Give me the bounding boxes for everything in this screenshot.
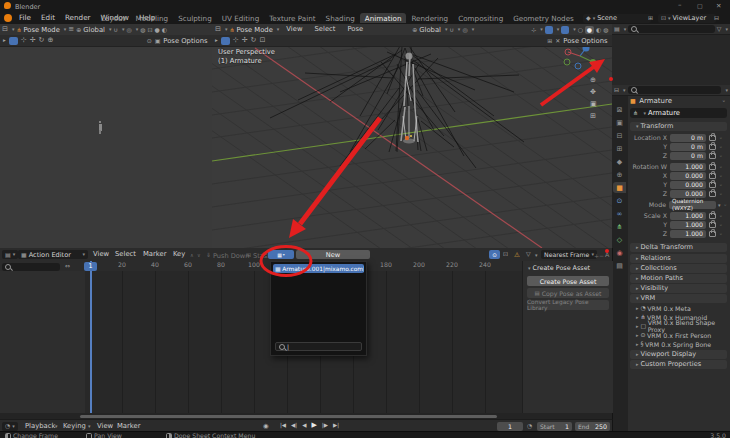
tab-shading[interactable]: Shading — [321, 13, 360, 23]
animate-dot-icon[interactable]: ◦ — [719, 164, 723, 170]
lock-icon[interactable] — [709, 213, 716, 219]
dopesheet-menu-marker[interactable]: Marker — [138, 251, 172, 258]
proportional-edit-icon[interactable]: ◎ — [462, 27, 467, 33]
shading-material-icon[interactable]: ◐ — [596, 27, 601, 33]
menu-pose[interactable]: Pose — [342, 26, 368, 33]
tab-animation[interactable]: Animation — [360, 13, 407, 23]
end-frame-field[interactable]: End 250 — [575, 422, 610, 431]
editor-type-selector[interactable]: ◔▾ — [2, 422, 18, 431]
active-tool-select-box-icon[interactable] — [221, 37, 230, 45]
show-gizmo-icon[interactable]: ⊹ — [531, 27, 536, 33]
tool-move-icon[interactable]: ✢ — [30, 37, 36, 44]
channel-search-input[interactable] — [2, 263, 60, 271]
preview-range-icon[interactable]: ◔ — [527, 423, 532, 429]
scene-selector[interactable]: ◆▾ Scene — [583, 14, 651, 23]
create-pose-asset-button[interactable]: Create Pose Asset — [527, 276, 609, 286]
vrm-first-person-item[interactable]: ▸⊙VRM 0.x First Person — [634, 331, 727, 339]
start-frame-field[interactable]: Start 1 — [537, 422, 572, 431]
play-button[interactable]: ▶ — [309, 422, 318, 429]
lock-icon[interactable] — [709, 222, 716, 228]
object-name-field[interactable]: ⋔▾ Armature — [630, 108, 727, 118]
shading-solid-icon[interactable]: ● — [154, 27, 159, 33]
new-action-button[interactable]: New — [296, 250, 370, 259]
transform-panel-header[interactable]: ▾Transform — [630, 122, 727, 131]
channel-region[interactable] — [0, 271, 86, 413]
tab-geometry-nodes[interactable]: Geometry Nodes — [508, 13, 579, 23]
section-motion-paths[interactable]: ▸Motion Paths — [630, 274, 727, 283]
tab-bone[interactable]: ◇ — [613, 234, 626, 245]
pose-options-dropdown[interactable]: Pose Options — [163, 37, 207, 45]
gizmo-toggle-icon[interactable]: ⊙ — [147, 38, 152, 44]
play-reverse-button[interactable]: ◀ — [300, 423, 308, 429]
tab-compositing[interactable]: Compositing — [453, 13, 508, 23]
scale-z-row[interactable]: Z1.000◦ — [630, 230, 727, 238]
editor-type-icon[interactable]: ⊟ — [215, 26, 221, 33]
prev-keyframe-button[interactable]: ◀| — [289, 423, 299, 429]
rotation-mode-row[interactable]: ModeQuaternion (WXYZ)▾◦ — [630, 201, 727, 209]
pin-icon[interactable]: ◦ — [722, 98, 726, 104]
pose-options-dropdown[interactable]: Pose Options — [563, 37, 607, 45]
tool-transform-icon[interactable]: ⊕ — [47, 37, 53, 44]
editor-type-icon[interactable]: ▤ — [614, 26, 620, 32]
outliner-search-input[interactable] — [628, 25, 715, 33]
action-editor-mode-selector[interactable]: ▦ Action Editor ▾ — [18, 250, 88, 259]
push-down-button[interactable]: Push Down — [213, 252, 249, 260]
convert-legacy-pose-library-button[interactable]: Convert Legacy Pose Library — [527, 300, 609, 310]
section-collections[interactable]: ▸Collections — [630, 264, 727, 273]
section-visibility[interactable]: ▸Visibility — [630, 284, 727, 293]
jump-to-end-button[interactable]: ▶| — [331, 423, 341, 429]
dopesheet-menu-key[interactable]: Key — [168, 251, 190, 258]
browse-action-button[interactable]: ▦▾ — [268, 250, 294, 259]
vrm-blend-shape-item[interactable]: ▸▢VRM 0.x Blend Shape Proxy — [634, 322, 727, 330]
tab-scene[interactable]: ◆ — [613, 156, 626, 167]
animate-dot-icon[interactable]: ◦ — [719, 144, 723, 150]
shading-rendered-icon[interactable]: ◍ — [603, 27, 608, 33]
xray-icon[interactable]: ⊡ — [147, 27, 152, 33]
rotation-w-row[interactable]: Rotation W1.000◦ — [630, 163, 727, 171]
menu-render[interactable]: Render — [60, 14, 96, 21]
expand-channels-icon[interactable]: ⇔ — [65, 263, 70, 269]
playhead[interactable] — [90, 261, 92, 413]
tab-rendering[interactable]: Rendering — [406, 13, 453, 23]
remove-view-layer-button[interactable]: ⊟ — [714, 15, 719, 21]
tab-output[interactable]: ⊟ — [613, 130, 626, 141]
tab-physics[interactable]: ⊙ — [613, 195, 626, 206]
tool-scale-icon[interactable]: ⊡ — [259, 37, 265, 44]
snap-magnet-icon[interactable]: ∪ — [113, 27, 117, 33]
camera-view-icon[interactable]: ▣ — [590, 100, 597, 108]
lock-icon[interactable] — [709, 153, 716, 159]
overlays-toggle-icon[interactable] — [545, 26, 553, 34]
tab-uv-editing[interactable]: UV Editing — [217, 13, 265, 23]
window-minimize-button[interactable]: – — [678, 1, 682, 9]
editor-type-icon[interactable]: ⊟ — [2, 26, 8, 33]
current-frame-field[interactable]: 1 — [497, 422, 523, 431]
vrm-meta-item[interactable]: ▸◔VRM 0.x Meta — [634, 304, 727, 312]
timeline-menu-marker[interactable]: Marker — [112, 423, 146, 430]
section-relations[interactable]: ▸Relations — [630, 254, 727, 263]
next-keyframe-button[interactable]: |▶ — [320, 423, 330, 429]
shading-solid-icon[interactable]: ● — [585, 26, 594, 34]
tab-view-layer[interactable]: ⊞ — [613, 143, 626, 154]
lock-icon[interactable] — [709, 182, 716, 188]
blender-menu-icon[interactable] — [4, 14, 12, 22]
proportional-edit-icon[interactable]: ◎ — [126, 27, 131, 33]
tool-rotate-icon[interactable]: ↻ — [251, 37, 257, 44]
tab-sculpting[interactable]: Sculpting — [173, 13, 217, 23]
animate-dot-icon[interactable]: ◦ — [719, 173, 723, 179]
pan-hand-icon[interactable]: ✥ — [590, 88, 596, 96]
editor-type-selector[interactable]: ▤▾ — [2, 250, 18, 259]
animate-dot-icon[interactable]: ◦ — [719, 182, 723, 188]
zoom-icon[interactable]: ⊕ — [590, 76, 596, 84]
create-pose-asset-panel-header[interactable]: ▾ Create Pose Asset — [526, 264, 613, 272]
current-frame-pill[interactable]: 1 — [84, 262, 97, 271]
active-tool-select-box-icon[interactable] — [9, 37, 18, 45]
tab-material[interactable]: ◉ — [613, 247, 626, 258]
section-custom-properties[interactable]: ▸Custom Properties — [630, 360, 727, 369]
animate-dot-icon[interactable]: ◦ — [719, 135, 723, 141]
tab-render[interactable]: ▣ — [613, 117, 626, 128]
animate-dot-icon[interactable]: ◦ — [719, 191, 723, 197]
options-chevron-icon[interactable]: ▾ — [725, 88, 728, 93]
animate-dot-icon[interactable]: ◦ — [719, 222, 723, 228]
menu-select[interactable]: Select — [310, 26, 341, 33]
horizontal-scrollbar[interactable] — [80, 415, 497, 419]
